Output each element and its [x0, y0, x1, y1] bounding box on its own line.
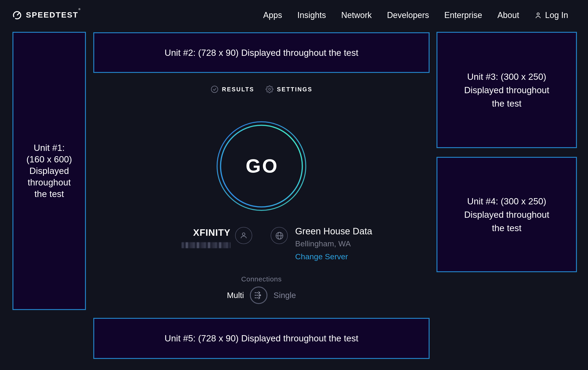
server-block: Green House Data Bellingham, WA Change S…	[295, 226, 372, 261]
main-nav: Apps Insights Network Developers Enterpr…	[263, 10, 568, 20]
login-button[interactable]: Log In	[535, 10, 568, 20]
results-settings-tabs: RESULTS SETTINGS	[93, 85, 430, 93]
tab-settings-label: SETTINGS	[277, 86, 313, 92]
tab-results[interactable]: RESULTS	[210, 85, 254, 93]
ad-text-line: Unit #1:	[34, 142, 65, 154]
nav-item-network[interactable]: Network	[341, 10, 372, 20]
gear-icon	[265, 85, 273, 93]
ad-text-line: Unit #3: (300 x 250)	[467, 70, 546, 83]
connections-label: Connections	[93, 275, 430, 283]
logo-text: SPEEDTEST®	[26, 11, 81, 20]
ad-text-line: throughout	[28, 177, 71, 188]
ad-unit-2[interactable]: Unit #2: (728 x 90) Displayed throughout…	[93, 32, 430, 73]
change-server-link[interactable]: Change Server	[295, 252, 372, 261]
server-name: Green House Data	[295, 226, 372, 237]
nav-item-enterprise[interactable]: Enterprise	[444, 10, 482, 20]
isp-user-icon-circle	[235, 227, 252, 244]
go-button[interactable]: GO	[216, 121, 307, 211]
connections-toggle-row: Multi Single	[93, 287, 430, 304]
ad-text-line: (160 x 600)	[26, 154, 72, 165]
user-icon	[239, 231, 248, 240]
globe-icon	[275, 231, 284, 240]
ad-text-line: the test	[34, 188, 64, 200]
logo-trademark: ®	[78, 8, 81, 11]
nav-item-apps[interactable]: Apps	[263, 10, 282, 20]
ad-unit-1[interactable]: Unit #1: (160 x 600) Displayed throughou…	[12, 32, 86, 310]
isp-cell: XFINITY	[93, 226, 262, 248]
redacted-ip-text	[181, 242, 231, 248]
ad-unit-4[interactable]: Unit #4: (300 x 250) Displayed throughou…	[437, 157, 577, 272]
viewport: SPEEDTEST® Apps Insights Network Develop…	[0, 0, 588, 370]
ad-text-line: Displayed throughout	[464, 83, 549, 97]
ad-text-line: Displayed	[29, 165, 69, 177]
connections-toggle-icon[interactable]	[250, 287, 267, 304]
speedtest-logo[interactable]: SPEEDTEST®	[12, 11, 81, 20]
ad-text: Unit #5: (728 x 90) Displayed throughout…	[165, 333, 358, 344]
tab-results-label: RESULTS	[222, 86, 254, 92]
go-button-area: GO	[93, 121, 430, 211]
connections-multi-label[interactable]: Multi	[227, 290, 244, 300]
gauge-icon	[12, 11, 22, 20]
tab-settings[interactable]: SETTINGS	[265, 85, 313, 93]
test-connection-info: XFINITY	[93, 226, 430, 261]
speedtest-page: SPEEDTEST® Apps Insights Network Develop…	[0, 0, 588, 370]
nav-item-insights[interactable]: Insights	[297, 10, 326, 20]
login-label: Log In	[545, 10, 568, 20]
isp-name[interactable]: XFINITY	[193, 228, 231, 238]
ad-text: Unit #2: (728 x 90) Displayed throughout…	[165, 47, 358, 58]
nav-item-about[interactable]: About	[497, 10, 519, 20]
ad-unit-5[interactable]: Unit #5: (728 x 90) Displayed throughout…	[93, 318, 430, 359]
isp-block: XFINITY	[181, 228, 231, 248]
ad-text-line: the test	[492, 221, 522, 235]
ad-text-line: Displayed throughout	[464, 208, 549, 221]
ad-unit-3[interactable]: Unit #3: (300 x 250) Displayed throughou…	[437, 32, 577, 148]
check-circle-icon	[210, 85, 218, 93]
server-cell: Green House Data Bellingham, WA Change S…	[262, 226, 430, 261]
top-nav-bar: SPEEDTEST® Apps Insights Network Develop…	[0, 0, 588, 30]
connections-single-label[interactable]: Single	[273, 290, 296, 300]
ad-text-line: the test	[492, 97, 522, 110]
go-label: GO	[216, 121, 307, 211]
server-location: Bellingham, WA	[295, 240, 372, 249]
server-globe-icon-circle	[271, 227, 288, 244]
login-user-icon	[535, 11, 542, 19]
nav-item-developers[interactable]: Developers	[387, 10, 429, 20]
ad-text-line: Unit #4: (300 x 250)	[467, 194, 546, 208]
